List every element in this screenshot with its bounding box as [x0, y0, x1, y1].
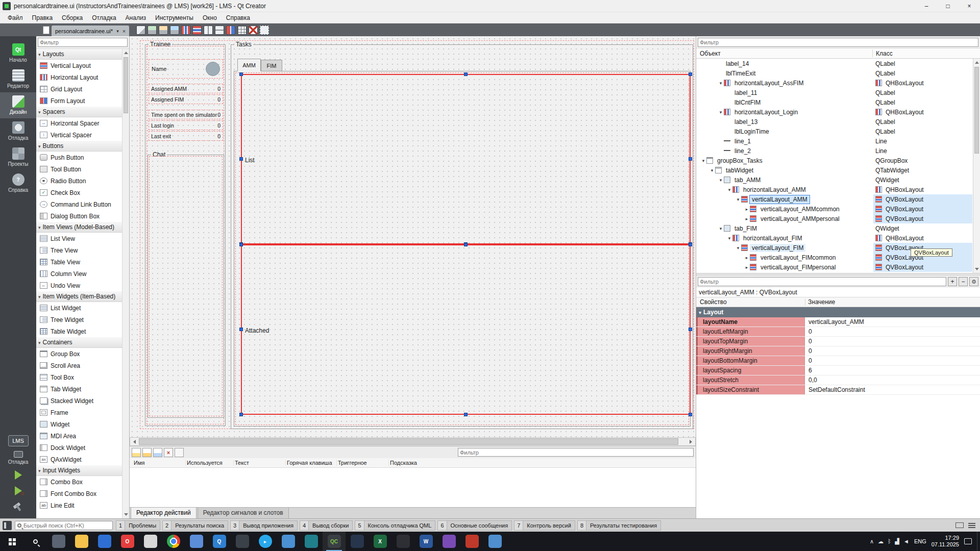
expander-icon[interactable]	[735, 245, 741, 251]
action-column-header[interactable]: Имя	[133, 460, 186, 466]
selection-handle[interactable]	[239, 328, 243, 331]
selected-layout-list[interactable]: List	[241, 74, 691, 244]
trainee-field-row[interactable]: Last login 0	[149, 120, 223, 130]
action-column-header[interactable]: Горячая клавиша	[286, 460, 337, 466]
taskbar-app-button[interactable]	[70, 532, 93, 551]
widget-box-item[interactable]: Frame	[36, 407, 122, 418]
output-pane-button[interactable]: 1 Проблемы	[116, 520, 160, 531]
trainee-field-row[interactable]: Assigned AMM 0	[149, 84, 223, 93]
scroll-thumb[interactable]	[124, 57, 128, 113]
widget-box-item[interactable]: Table Widget	[36, 325, 122, 337]
widget-box-item[interactable]: Push Button	[36, 152, 122, 163]
scroll-down-icon[interactable]	[975, 268, 979, 270]
start-button[interactable]	[0, 532, 23, 551]
toolbar-tool-icon[interactable]	[215, 26, 224, 35]
action-column-header[interactable]: Используется	[186, 460, 234, 466]
mode-tab[interactable]: ? Справка	[0, 170, 36, 196]
quick-search-input[interactable]	[23, 522, 110, 529]
document-dropdown-icon[interactable]: ▾	[116, 29, 119, 34]
widget-box-item[interactable]: Group Box	[36, 348, 122, 360]
menu-item[interactable]: Правка	[28, 13, 58, 22]
output-pane-button[interactable]: 8 Результаты тестирования	[577, 520, 661, 531]
mode-tab[interactable]: Отладка	[0, 118, 36, 144]
widget-box-item[interactable]: Undo View	[36, 280, 122, 291]
trainee-field-row[interactable]: Last exit 0	[149, 131, 223, 141]
toolbar-tool-icon[interactable]	[260, 26, 269, 35]
taskbar-clock[interactable]: 17:29 07.11.2025	[932, 535, 959, 548]
widget-category-header[interactable]: Spacers	[36, 107, 122, 117]
tray-icon[interactable]: ▟	[895, 538, 899, 545]
build-button[interactable]	[11, 501, 26, 512]
scroll-thumb[interactable]	[974, 67, 979, 154]
widget-box-item[interactable]: Font Combo Box	[36, 488, 122, 499]
widget-category-header[interactable]: Buttons	[36, 141, 122, 152]
widget-box-item[interactable]: Line Edit	[36, 499, 122, 511]
tray-icon[interactable]: ☁	[878, 538, 884, 545]
widget-box-item[interactable]: Combo Box	[36, 476, 122, 488]
toolbar-tool-icon[interactable]	[204, 26, 213, 35]
expander-icon[interactable]	[718, 81, 724, 86]
taskbar-app-button[interactable]	[391, 532, 414, 551]
action-filter-input[interactable]	[458, 448, 694, 457]
form-canvas[interactable]: Trainee Name Assigned AMM 0 Assigned FIM	[130, 36, 696, 437]
property-value[interactable]: 6	[805, 366, 980, 375]
property-value[interactable]: 0	[805, 346, 980, 356]
expander-icon[interactable]	[700, 158, 706, 163]
selection-handle[interactable]	[464, 72, 468, 76]
selection-handle[interactable]	[689, 328, 692, 331]
widget-box-item[interactable]: List View	[36, 233, 122, 244]
action-editor-tool-icon[interactable]	[153, 448, 162, 457]
taskbar-app-button[interactable]	[93, 532, 116, 551]
widget-category-header[interactable]: Input Widgets	[36, 465, 122, 476]
sidebar-toggle-icon[interactable]	[3, 521, 12, 530]
output-window-icon[interactable]	[955, 522, 964, 528]
mode-tab[interactable]: Проекты	[0, 144, 36, 170]
widget-category-header[interactable]: Item Widgets (Item-Based)	[36, 291, 122, 302]
build-config-button[interactable]: Отладка	[8, 451, 29, 465]
object-tree-row[interactable]: line_1 Line	[696, 136, 980, 146]
selected-layout-attached[interactable]: Attached	[241, 244, 691, 415]
selection-handle[interactable]	[239, 413, 243, 416]
expander-icon[interactable]	[744, 216, 750, 221]
taskbar-app-button[interactable]	[185, 532, 208, 551]
output-pane-button[interactable]: 6 Основные сообщения	[437, 520, 512, 531]
menu-item[interactable]: Сборка	[57, 13, 87, 22]
quick-search[interactable]	[15, 521, 113, 530]
widget-category-header[interactable]: Containers	[36, 337, 122, 348]
action-editor-tool-icon[interactable]	[132, 448, 141, 457]
toolbar-tool-icon[interactable]	[148, 26, 157, 35]
canvas-hscrollbar[interactable]	[130, 437, 696, 446]
taskbar-app-button[interactable]	[47, 532, 70, 551]
output-pane-button[interactable]: 3 Вывод приложения	[230, 520, 298, 531]
widget-box-item[interactable]: Vertical Spacer	[36, 129, 122, 141]
tray-icon[interactable]: ◄	[903, 538, 909, 544]
object-tree-row[interactable]: line_2 Line	[696, 146, 980, 156]
trainee-groupbox[interactable]: Trainee Name Assigned AMM 0 Assigned FIM	[145, 44, 226, 426]
tree-scrollbar[interactable]	[973, 59, 980, 273]
toolbar-tool-icon[interactable]	[136, 26, 145, 35]
taskbar-app-button[interactable]: Q	[208, 532, 231, 551]
widget-box-item[interactable]: Check Box	[36, 187, 122, 198]
layout-section-header[interactable]: Layout	[696, 307, 980, 317]
object-tree-row[interactable]: horizontalLayout_AssFIM QHBoxLayout	[696, 78, 980, 88]
expander-icon[interactable]	[744, 255, 750, 260]
widget-box-item[interactable]: Column View	[36, 268, 122, 280]
selection-handle[interactable]	[239, 72, 243, 76]
scroll-up-icon[interactable]	[975, 61, 979, 64]
output-pane-button[interactable]: 5 Консоль отладчика QML	[355, 520, 435, 531]
minimize-button[interactable]: –	[916, 0, 937, 12]
tab[interactable]: AMM	[237, 59, 261, 71]
object-tree-row[interactable]: groupBox_Tasks QGroupBox	[696, 156, 980, 165]
widget-box-item[interactable]: Vertical Layout	[36, 60, 122, 71]
widget-box-item[interactable]: Dock Widget	[36, 442, 122, 454]
widget-box-item[interactable]: Widget	[36, 418, 122, 430]
action-column-header[interactable]: Подсказка	[389, 460, 696, 466]
widget-box-item[interactable]: List Widget	[36, 302, 122, 314]
widget-category-header[interactable]: Layouts	[36, 49, 122, 60]
trainee-field-row[interactable]: Assigned FIM 0	[149, 94, 223, 104]
value-column-header[interactable]: Значение	[808, 298, 835, 306]
widget-box-item[interactable]: Table View	[36, 256, 122, 268]
menu-item[interactable]: Анализ	[121, 13, 151, 22]
selection-handle[interactable]	[689, 413, 692, 416]
object-tree-row[interactable]: lblTimeExit QLabel	[696, 68, 980, 78]
